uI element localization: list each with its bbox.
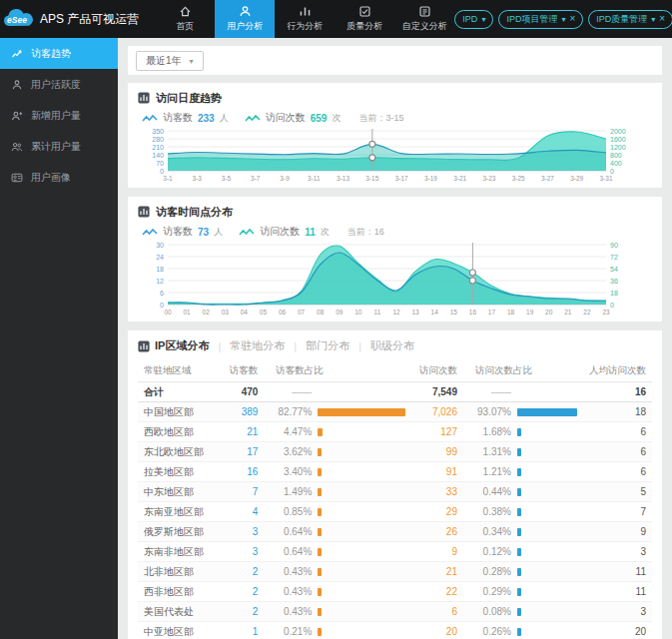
visits-pct-cell: 1.31%: [463, 442, 583, 462]
legend-item: 访客数233人: [142, 111, 229, 125]
per-capita-cell: 11: [583, 582, 652, 602]
col-header-visitors-pct[interactable]: 访客数占比: [264, 360, 412, 382]
nav-item-2[interactable]: 行为分析: [275, 0, 335, 38]
logo[interactable]: eSee: [0, 0, 38, 38]
visitors-cell: 16: [223, 462, 265, 482]
visitors-cell: 3: [223, 522, 265, 542]
nav-item-4[interactable]: 自定义分析: [394, 0, 454, 38]
filter-bar: 最近1年 ▾: [128, 46, 662, 75]
svg-text:0: 0: [160, 302, 164, 309]
sidebar-item-4[interactable]: 用户画像: [0, 162, 118, 193]
visits-pct-bar: [517, 508, 521, 516]
cloud-logo-icon: eSee: [0, 7, 38, 31]
table-row[interactable]: 中亚地区部10.21%200.26%20: [138, 622, 652, 639]
svg-text:10: 10: [354, 309, 362, 316]
card-title: 访问日度趋势: [156, 91, 222, 106]
filter-pill-0[interactable]: IPD▾: [454, 10, 493, 29]
svg-text:0: 0: [610, 302, 614, 309]
svg-text:23: 23: [602, 309, 610, 316]
chart-card-icon: [138, 206, 150, 220]
svg-text:3-15: 3-15: [365, 175, 378, 182]
col-header-visitors[interactable]: 访客数: [223, 360, 265, 382]
visits-pct-bar: [517, 588, 521, 596]
daily-trend-chart[interactable]: 07014021028035004008001200160020003-13-3…: [138, 126, 638, 184]
legend-value: 233: [198, 113, 215, 124]
filter-pill-label: IPD质量管理: [596, 13, 647, 26]
sidebar-item-0[interactable]: 访客趋势: [0, 38, 118, 69]
table-row[interactable]: 拉美地区部163.40%911.21%6: [138, 462, 652, 482]
visitors-cell: 2: [223, 582, 265, 602]
visits-pct-bar: [517, 528, 521, 536]
table-row[interactable]: 中东地区部71.49%330.44%5: [138, 482, 652, 502]
daily-trend-card: 访问日度趋势 访客数233人访问次数659次当前：3-15 0701402102…: [128, 83, 662, 188]
nav-item-0[interactable]: 首页: [155, 0, 215, 38]
table-row[interactable]: 东南亚地区部40.85%290.38%7: [138, 502, 652, 522]
per-capita-cell: 9: [583, 522, 652, 542]
svg-text:54: 54: [610, 266, 618, 273]
svg-text:3-7: 3-7: [251, 175, 261, 182]
svg-text:24: 24: [156, 254, 164, 261]
sidebar-item-label: 用户活跃度: [31, 78, 81, 92]
svg-text:400: 400: [610, 160, 622, 167]
home-icon: [179, 5, 192, 18]
visits-cell: 127: [412, 422, 463, 442]
sidebar-item-2[interactable]: 新增用户量: [0, 100, 118, 131]
legend-unit: 次: [321, 226, 330, 239]
col-header-per-capita[interactable]: 人均访问次数: [583, 360, 652, 382]
table-row[interactable]: 东南非地区部30.64%90.12%3: [138, 542, 652, 562]
visits-pct-bar: [517, 448, 521, 456]
table-row[interactable]: 中国地区部38982.77%7,02693.07%18: [138, 402, 652, 422]
tab-3[interactable]: 职级分布: [370, 338, 414, 353]
tab-0[interactable]: IP区域分布: [138, 338, 209, 353]
visitors-pct-cell: 0.43%: [264, 602, 412, 622]
user-analysis-icon: [239, 5, 252, 18]
legend-value: 11: [305, 227, 316, 238]
nav-item-1[interactable]: 用户分析: [215, 0, 275, 38]
hourly-distribution-chart[interactable]: 0612182430018365472900001020304050607080…: [138, 240, 638, 318]
filter-pill-2[interactable]: IPD质量管理▾×: [588, 10, 672, 29]
table-row[interactable]: 东北欧地区部173.62%991.31%6: [138, 442, 652, 462]
sidebar-item-label: 累计用户量: [31, 140, 81, 154]
svg-text:02: 02: [203, 309, 211, 316]
close-icon[interactable]: ×: [569, 15, 575, 23]
nav-item-3[interactable]: 质量分析: [335, 0, 394, 38]
table-row[interactable]: 西非地区部20.43%220.29%11: [138, 582, 652, 602]
svg-text:00: 00: [164, 309, 172, 316]
visitors-cell: 389: [223, 402, 265, 422]
sidebar-item-3[interactable]: 累计用户量: [0, 131, 118, 162]
visits-pct-cell: 0.08%: [463, 602, 583, 622]
per-capita-cell: 11: [583, 562, 652, 582]
sidebar-item-label: 新增用户量: [31, 109, 81, 123]
svg-text:22: 22: [583, 309, 591, 316]
svg-text:3-17: 3-17: [395, 175, 408, 182]
region-cell: 美国代表处: [138, 602, 223, 622]
legend-unit: 人: [220, 112, 229, 125]
visits-pct-bar: [517, 628, 521, 636]
visitors-pct-cell: 0.21%: [264, 622, 412, 639]
svg-text:3-19: 3-19: [424, 175, 437, 182]
filter-pill-label: IPD项目管理: [506, 13, 557, 26]
close-icon[interactable]: ×: [659, 15, 665, 23]
sidebar-item-1[interactable]: 用户活跃度: [0, 69, 118, 100]
sidebar: 访客趋势用户活跃度新增用户量累计用户量用户画像: [0, 38, 118, 639]
svg-text:0: 0: [610, 168, 614, 175]
svg-text:eSee: eSee: [7, 15, 27, 25]
region-cell: 西欧地区部: [138, 422, 223, 442]
table-row[interactable]: 西欧地区部214.47%1271.68%6: [138, 422, 652, 442]
col-header-visits[interactable]: 访问次数: [412, 360, 463, 382]
col-header-visits-pct[interactable]: 访问次数占比: [463, 360, 583, 382]
tab-1[interactable]: 常驻地分布: [230, 338, 285, 353]
nav-item-label: 用户分析: [227, 20, 263, 33]
svg-text:3-27: 3-27: [541, 175, 554, 182]
svg-text:01: 01: [183, 309, 191, 316]
table-row[interactable]: 俄罗斯地区部30.64%260.34%9: [138, 522, 652, 542]
tab-2[interactable]: 部门分布: [306, 338, 349, 353]
svg-text:15: 15: [450, 309, 458, 316]
col-header-region[interactable]: 常驻地区域: [138, 360, 223, 382]
table-row[interactable]: 美国代表处20.43%60.08%3: [138, 602, 652, 622]
visits-pct-bar: [517, 548, 521, 556]
filter-pill-1[interactable]: IPD项目管理▾×: [498, 10, 583, 29]
date-range-dropdown[interactable]: 最近1年 ▾: [136, 51, 204, 71]
distribution-tabs: IP区域分布|常驻地分布|部门分布|职级分布: [138, 338, 652, 353]
table-row[interactable]: 北非地区部20.43%210.28%11: [138, 562, 652, 582]
